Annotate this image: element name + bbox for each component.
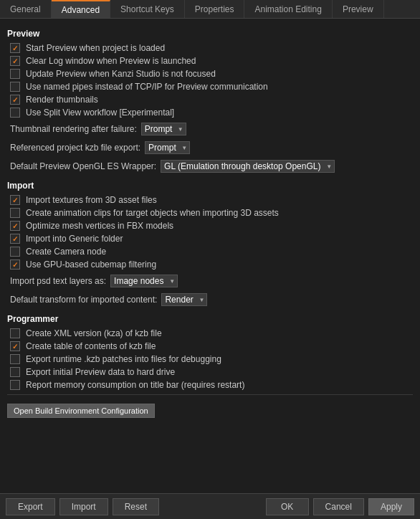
cb-row-export-initial[interactable]: Export initial Preview data to hard driv… — [10, 366, 413, 378]
export-button[interactable]: Export — [6, 498, 55, 515]
cb-start-preview[interactable] — [10, 43, 20, 53]
cb-row-start-preview[interactable]: Start Preview when project is loaded — [10, 42, 413, 54]
apply-button[interactable]: Apply — [368, 498, 414, 515]
bottom-bar: Export Import Reset OK Cancel Apply — [0, 493, 420, 519]
tab-advanced[interactable]: Advanced — [52, 0, 110, 18]
cb-row-import-textures[interactable]: Import textures from 3D asset files — [10, 194, 413, 206]
opengl-wrapper-dropdown-wrap[interactable]: GL (Emulation through desktop OpenGL) — [161, 160, 335, 173]
cb-row-import-generic[interactable]: Import into Generic folder — [10, 232, 413, 245]
psd-layers-dropdown[interactable]: Image nodes — [110, 275, 178, 287]
import-section-header: Import — [7, 181, 413, 191]
tab-preview[interactable]: Preview — [333, 0, 384, 18]
cb-row-export-runtime[interactable]: Export runtime .kzb patches into files f… — [10, 353, 413, 366]
kzb-export-dropdown-wrap[interactable]: Prompt — [145, 141, 190, 154]
thumbnail-failure-label: Thumbnail rendering after failure: — [10, 124, 137, 134]
cb-report-memory[interactable] — [10, 380, 20, 390]
programmer-section-header: Programmer — [7, 314, 413, 324]
opengl-wrapper-row: Default Preview OpenGL ES Wrapper: GL (E… — [7, 158, 413, 175]
cancel-button[interactable]: Cancel — [313, 498, 364, 515]
default-transform-dropdown[interactable]: Render — [161, 293, 207, 306]
open-build-env-button[interactable]: Open Build Environment Configuration — [7, 404, 155, 418]
psd-layers-row: Import psd text layers as: Image nodes — [7, 272, 413, 290]
cb-import-generic[interactable] — [10, 234, 20, 244]
cb-row-split-view[interactable]: Use Split View workflow [Experimental] — [10, 106, 413, 119]
cb-export-initial[interactable] — [10, 367, 20, 377]
default-transform-row: Default transform for imported content: … — [7, 291, 413, 308]
section-divider — [7, 394, 413, 395]
cb-row-gpu-cubemap[interactable]: Use GPU-based cubemap filtering — [10, 258, 413, 271]
cb-create-anim-clips[interactable] — [10, 208, 20, 218]
reset-button[interactable]: Reset — [113, 498, 159, 515]
cb-row-optimize-mesh[interactable]: Optimize mesh vertices in FBX models — [10, 219, 413, 232]
default-transform-dropdown-wrap[interactable]: Render — [161, 293, 207, 306]
cb-table-contents[interactable] — [10, 341, 20, 351]
cb-row-render-thumbnails[interactable]: Render thumbnails — [10, 93, 413, 106]
psd-layers-label: Import psd text layers as: — [10, 276, 106, 286]
main-content: Preview Start Preview when project is lo… — [0, 19, 420, 493]
cb-update-preview[interactable] — [10, 69, 20, 79]
cb-gpu-cubemap[interactable] — [10, 260, 20, 270]
cb-import-textures[interactable] — [10, 195, 20, 205]
cb-row-create-camera[interactable]: Create Camera node — [10, 245, 413, 258]
thumbnail-failure-row: Thumbnail rendering after failure: Promp… — [7, 120, 413, 138]
ok-button[interactable]: OK — [266, 498, 309, 515]
kzb-export-dropdown[interactable]: Prompt — [145, 141, 190, 154]
cb-create-xml[interactable] — [10, 328, 20, 338]
cb-optimize-mesh[interactable] — [10, 221, 20, 231]
import-button[interactable]: Import — [59, 498, 108, 515]
tab-general[interactable]: General — [0, 0, 52, 18]
opengl-wrapper-label: Default Preview OpenGL ES Wrapper: — [10, 161, 156, 171]
cb-row-named-pipes[interactable]: Use named pipes instead of TCP/IP for Pr… — [10, 80, 413, 93]
preview-section-header: Preview — [7, 29, 413, 39]
cb-row-create-xml[interactable]: Create XML version (kza) of kzb file — [10, 327, 413, 340]
cb-row-report-memory[interactable]: Report memory consumption on title bar (… — [10, 378, 413, 391]
cb-row-update-preview[interactable]: Update Preview when Kanzi Studio is not … — [10, 67, 413, 80]
cb-create-camera[interactable] — [10, 247, 20, 257]
opengl-wrapper-dropdown[interactable]: GL (Emulation through desktop OpenGL) — [161, 160, 335, 173]
cb-render-thumbnails[interactable] — [10, 95, 20, 105]
tab-properties[interactable]: Properties — [185, 0, 245, 18]
cb-row-clear-log[interactable]: Clear Log window when Preview is launche… — [10, 54, 413, 67]
thumbnail-failure-dropdown[interactable]: Prompt — [141, 123, 186, 135]
cb-named-pipes[interactable] — [10, 82, 20, 92]
cb-export-runtime[interactable] — [10, 354, 20, 364]
cb-split-view[interactable] — [10, 108, 20, 118]
default-transform-label: Default transform for imported content: — [10, 295, 157, 305]
kzb-export-row: Referenced project kzb file export: Prom… — [7, 139, 413, 156]
tab-animation-editing[interactable]: Animation Editing — [244, 0, 332, 18]
kzb-export-label: Referenced project kzb file export: — [10, 143, 140, 153]
thumbnail-failure-dropdown-wrap[interactable]: Prompt — [141, 123, 186, 135]
psd-layers-dropdown-wrap[interactable]: Image nodes — [110, 275, 178, 287]
tab-shortcut-keys[interactable]: Shortcut Keys — [110, 0, 185, 18]
cb-row-table-contents[interactable]: Create table of contents of kzb file — [10, 340, 413, 353]
tab-bar: General Advanced Shortcut Keys Propertie… — [0, 0, 420, 19]
cb-row-create-anim-clips[interactable]: Create animation clips for target object… — [10, 206, 413, 219]
cb-clear-log[interactable] — [10, 56, 20, 66]
